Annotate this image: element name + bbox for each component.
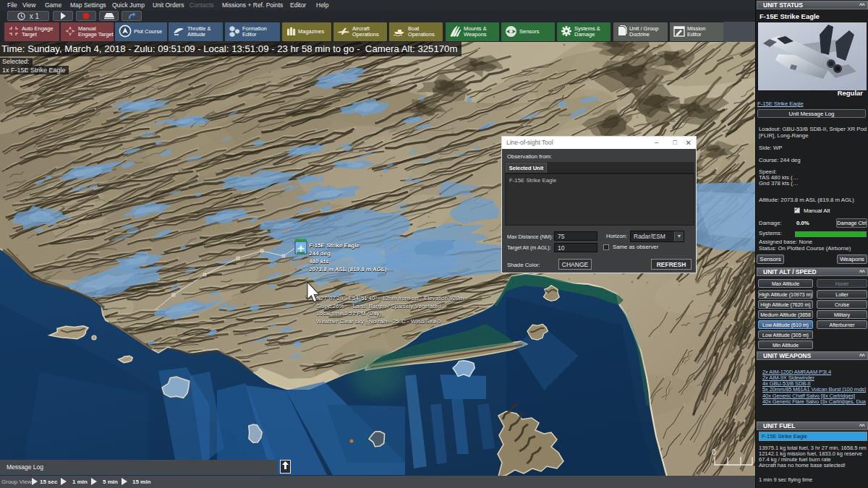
svg-text:0: 0 — [712, 448, 716, 456]
